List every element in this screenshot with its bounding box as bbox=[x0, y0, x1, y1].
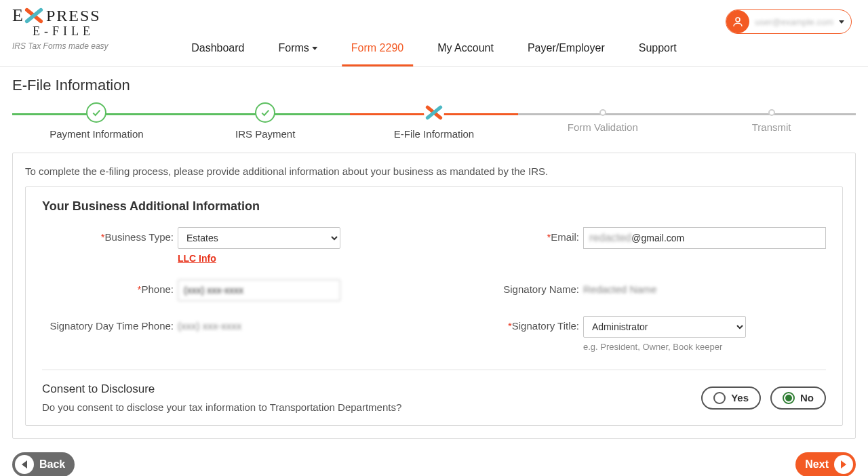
step-payment-info: Payment Information bbox=[12, 102, 181, 140]
page-body: E-File Information Payment Information I… bbox=[0, 67, 868, 476]
field-signatory-name: Signatory Name: Redacted Name bbox=[448, 279, 826, 301]
divider bbox=[42, 370, 826, 370]
radio-icon bbox=[713, 392, 726, 404]
progress-stepper: Payment Information IRS Payment E-File I… bbox=[12, 102, 856, 146]
step-label: Payment Information bbox=[50, 128, 143, 140]
check-icon bbox=[86, 102, 106, 123]
logo-tagline: IRS Tax Forms made easy bbox=[12, 41, 108, 51]
check-icon bbox=[255, 102, 275, 123]
current-step-icon bbox=[424, 102, 444, 123]
nav-forms[interactable]: Forms bbox=[275, 35, 321, 66]
label-signatory-title: *Signatory Title: bbox=[448, 316, 583, 332]
main-nav: Dashboard Forms Form 2290 My Account Pay… bbox=[187, 35, 681, 66]
nav-dashboard[interactable]: Dashboard bbox=[187, 35, 248, 66]
back-button[interactable]: Back bbox=[12, 452, 75, 476]
user-avatar-icon bbox=[726, 10, 749, 33]
consent-yes-label: Yes bbox=[731, 392, 749, 403]
field-business-type: *Business Type: Estates LLC Info bbox=[42, 227, 420, 264]
signatory-day-phone-value: (xxx) xxx-xxxx bbox=[178, 316, 420, 332]
label-signatory-day-phone: Signatory Day Time Phone: bbox=[42, 316, 178, 332]
nav-payer-employer[interactable]: Payer/Employer bbox=[524, 35, 609, 66]
signatory-title-hint: e.g. President, Owner, Book keeper bbox=[583, 342, 826, 352]
pending-step-icon bbox=[599, 109, 606, 116]
user-name-label: user@example.com bbox=[749, 17, 839, 27]
llc-info-link[interactable]: LLC Info bbox=[178, 253, 216, 264]
step-efile-info: E-File Information bbox=[350, 102, 519, 140]
logo-text-2: E-FILE bbox=[33, 24, 108, 39]
consent-section: Consent to Disclosure Do you consent to … bbox=[42, 382, 826, 413]
pending-step-icon bbox=[768, 109, 775, 116]
svg-point-0 bbox=[736, 18, 740, 22]
chevron-down-icon bbox=[839, 20, 844, 24]
footer-buttons: Back Next bbox=[12, 452, 856, 476]
business-type-select[interactable]: Estates bbox=[178, 227, 340, 249]
instructions-text: To complete the e-filing process, please… bbox=[25, 165, 843, 177]
nav-form-2290[interactable]: Form 2290 bbox=[347, 35, 408, 66]
label-phone: *Phone: bbox=[42, 279, 178, 295]
chevron-left-icon bbox=[15, 455, 34, 474]
page-title: E-File Information bbox=[12, 77, 856, 94]
step-irs-payment: IRS Payment bbox=[181, 102, 350, 140]
consent-no-label: No bbox=[800, 392, 814, 403]
field-signatory-title: *Signatory Title: Administrator e.g. Pre… bbox=[448, 316, 826, 352]
main-card: To complete the e-filing process, please… bbox=[12, 153, 856, 439]
field-signatory-day-phone: Signatory Day Time Phone: (xxx) xxx-xxxx bbox=[42, 316, 420, 352]
step-label: Form Validation bbox=[568, 121, 638, 133]
signatory-title-select[interactable]: Administrator bbox=[583, 316, 746, 338]
logo: E PRESS E-FILE IRS Tax Forms made easy bbox=[12, 5, 108, 51]
chevron-down-icon bbox=[312, 47, 317, 50]
logo-x-icon bbox=[24, 6, 43, 25]
app-header: E PRESS E-FILE IRS Tax Forms made easy D… bbox=[0, 0, 868, 67]
logo-line1: E PRESS bbox=[12, 5, 108, 26]
consent-question: Do you consent to disclose your tax info… bbox=[42, 401, 401, 413]
signatory-name-value: Redacted Name bbox=[583, 279, 826, 295]
label-business-type: *Business Type: bbox=[42, 227, 178, 243]
label-email: *Email: bbox=[448, 227, 583, 243]
step-form-validation: Form Validation bbox=[518, 102, 687, 140]
field-phone: *Phone: bbox=[42, 279, 420, 301]
next-button[interactable]: Next bbox=[795, 452, 856, 476]
logo-text-1: PRESS bbox=[46, 7, 101, 25]
field-email: *Email: redacted @gmail.com bbox=[448, 227, 826, 264]
business-info-card: Your Business Additional Information *Bu… bbox=[25, 186, 843, 426]
step-transmit: Transmit bbox=[687, 102, 856, 140]
back-button-label: Back bbox=[39, 458, 65, 471]
step-label: Transmit bbox=[752, 121, 791, 133]
consent-radio-group: Yes No bbox=[701, 386, 826, 410]
user-menu[interactable]: user@example.com bbox=[726, 9, 852, 34]
nav-forms-label: Forms bbox=[279, 42, 309, 54]
consent-no-radio[interactable]: No bbox=[770, 386, 826, 410]
consent-title: Consent to Disclosure bbox=[42, 382, 401, 396]
consent-yes-radio[interactable]: Yes bbox=[701, 386, 761, 410]
label-signatory-name: Signatory Name: bbox=[448, 279, 583, 295]
email-suffix: @gmail.com bbox=[631, 233, 684, 243]
phone-input[interactable] bbox=[178, 279, 340, 301]
section-title: Your Business Additional Information bbox=[42, 199, 826, 214]
radio-icon bbox=[783, 392, 795, 404]
email-prefix: redacted bbox=[589, 232, 631, 244]
step-label: IRS Payment bbox=[235, 128, 295, 140]
next-button-label: Next bbox=[805, 458, 829, 471]
nav-my-account[interactable]: My Account bbox=[433, 35, 498, 66]
chevron-right-icon bbox=[834, 455, 853, 474]
nav-support[interactable]: Support bbox=[635, 35, 681, 66]
step-label: E-File Information bbox=[394, 128, 474, 140]
